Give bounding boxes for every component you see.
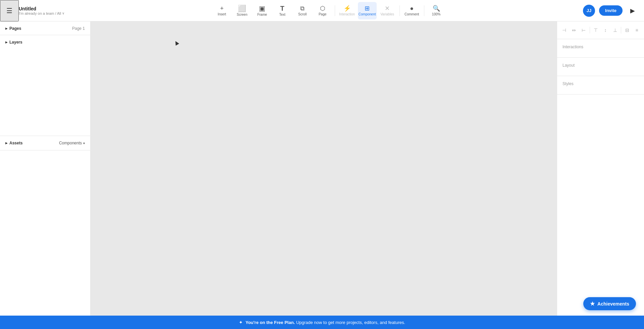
menu-icon: ☰ [6,7,12,15]
layers-section: ▸ Layers [0,35,90,136]
project-title: Untitled [19,6,64,11]
pages-label-container: ▸ Pages [5,26,21,31]
tool-comment[interactable]: ● Comment [402,2,421,19]
align-right-button[interactable]: ⊢ [579,25,588,35]
layers-header[interactable]: ▸ Layers [0,35,90,49]
components-chevron: ▾ [83,141,85,145]
distribute-v-button[interactable]: ≡ [632,25,641,35]
tool-text[interactable]: T Text [273,2,292,19]
distribute-h-button[interactable]: ⊟ [623,25,632,35]
tool-page[interactable]: ⬡ Page [313,2,332,19]
frame-icon: ▣ [259,5,265,12]
tool-frame-label: Frame [257,13,267,16]
toolbar-separator-2 [399,5,400,16]
toolbar-separator-1 [335,5,335,16]
tool-text-label: Text [279,13,285,16]
subtitle-text: I'm already on a team / All [19,11,61,15]
layers-content [0,49,90,136]
tool-screen-label: Screen [237,13,248,16]
page1-label: Page 1 [72,26,85,31]
assets-label-container: ▸ Assets [5,141,22,145]
tool-variables[interactable]: ✕ Variables [378,2,397,19]
tool-variables-label: Variables [380,12,394,16]
tool-interaction[interactable]: ⚡ Interaction [338,2,357,19]
tool-component[interactable]: ⊞ Component [358,2,377,19]
canvas[interactable] [91,21,557,316]
text-icon: T [280,5,284,12]
topbar: ☰ Untitled I'm already on a team / All ∨… [0,0,644,21]
achievements-star-icon: ★ [590,301,595,307]
screen-icon: ⬜ [238,5,246,12]
tool-interaction-label: Interaction [339,12,355,16]
bottom-bar-text: You're on the Free Plan. Upgrade now to … [246,320,405,325]
align-separator-1 [590,27,590,34]
tool-component-label: Component [359,12,376,16]
avatar-initials: JJ [587,8,591,13]
layers-label-container: ▸ Layers [5,40,22,45]
tool-zoom[interactable]: 🔍 100% [427,2,446,19]
project-subtitle[interactable]: I'm already on a team / All ∨ [19,11,64,15]
left-panel: ▸ Pages Page 1 ▸ Layers ▸ Assets Compone… [0,21,91,316]
insert-icon: + [220,5,224,11]
zoom-icon: 🔍 [433,5,440,11]
align-top-button[interactable]: ⊤ [591,25,600,35]
tool-zoom-label: 100% [432,12,441,16]
assets-components-dropdown[interactable]: Components ▾ [59,141,85,145]
assets-label-text: Assets [9,141,22,145]
interaction-icon: ⚡ [343,5,351,11]
align-separator-2 [621,27,621,34]
align-bottom-button[interactable]: ⊥ [610,25,620,35]
topbar-right: JJ Invite ▶ [583,5,639,17]
bottom-bar-bold: You're on the Free Plan. [246,320,295,325]
bottom-bar: ✦ You're on the Free Plan. Upgrade now t… [0,316,644,329]
comment-icon: ● [410,5,414,11]
play-icon: ▶ [630,7,635,14]
invite-button[interactable]: Invite [599,5,623,16]
interactions-label: Interactions [562,45,639,49]
pages-label: Pages [9,26,21,31]
align-left-button[interactable]: ⊣ [560,25,569,35]
right-panel: ⊣ ⇔ ⊢ ⊤ ↕ ⊥ ⊟ ≡ Interactions Layout Styl… [557,21,644,316]
bottom-bar-normal: Upgrade now to get more projects, editor… [296,320,405,325]
components-label: Components [59,141,82,145]
layers-label: Layers [9,40,22,45]
styles-label: Styles [562,81,639,86]
variables-icon: ✕ [385,5,390,11]
tool-scroll-label: Scroll [298,12,307,16]
layers-arrow: ▸ [5,40,7,45]
tool-screen[interactable]: ⬜ Screen [233,2,252,19]
achievements-label: Achievements [597,301,629,307]
tool-scroll[interactable]: ⧉ Scroll [293,2,312,19]
pages-arrow: ▸ [5,26,7,31]
tool-comment-label: Comment [405,12,419,16]
assets-arrow: ▸ [5,141,7,145]
assets-divider [0,150,90,150]
layout-section: Layout [557,58,644,76]
tool-frame[interactable]: ▣ Frame [253,2,272,19]
tool-page-label: Page [319,12,326,16]
toolbar-tools: + Insert ⬜ Screen ▣ Frame T Text ⧉ Scrol… [75,2,583,19]
pages-header[interactable]: ▸ Pages Page 1 [0,21,90,35]
achievements-button[interactable]: ★ Achievements [583,297,636,310]
styles-section: Styles [557,76,644,94]
avatar-button[interactable]: JJ [583,5,595,17]
component-icon: ⊞ [365,5,370,11]
subtitle-chevron: ∨ [62,11,64,15]
scroll-icon: ⧉ [300,5,305,11]
free-plan-icon: ✦ [239,320,243,325]
play-button[interactable]: ▶ [627,5,639,17]
project-info: Untitled I'm already on a team / All ∨ [19,6,64,15]
interactions-section: Interactions [557,39,644,58]
align-center-h-button[interactable]: ⇔ [570,25,579,35]
menu-button[interactable]: ☰ [0,0,19,21]
pages-section: ▸ Pages Page 1 [0,21,90,35]
assets-section: ▸ Assets Components ▾ [0,136,90,150]
tool-insert[interactable]: + Insert [213,2,231,19]
toolbar-separator-3 [424,5,424,16]
assets-header[interactable]: ▸ Assets Components ▾ [0,136,90,150]
layout-label: Layout [562,63,639,68]
alignment-bar: ⊣ ⇔ ⊢ ⊤ ↕ ⊥ ⊟ ≡ [557,21,644,39]
tool-insert-label: Insert [218,12,226,16]
page-icon: ⬡ [320,5,325,11]
align-center-v-button[interactable]: ↕ [601,25,610,35]
